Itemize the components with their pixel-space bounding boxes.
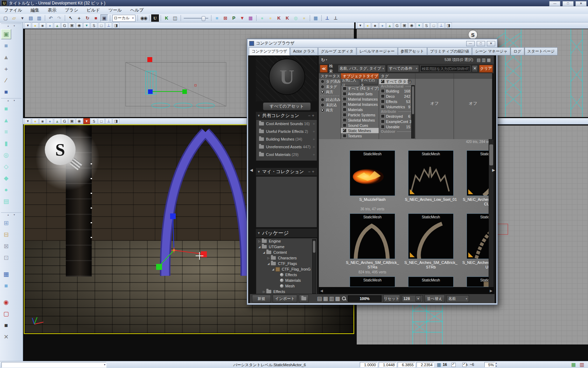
checkbox-icon[interactable]: [343, 87, 346, 90]
socket-gray-icon[interactable]: ⊥: [332, 14, 340, 22]
packages-scrollbar[interactable]: [312, 239, 316, 294]
menu-item-3[interactable]: ブラシ: [61, 7, 82, 14]
invert-selection-icon[interactable]: ■: [1, 320, 11, 330]
select-cursor-icon[interactable]: ↖: [67, 14, 75, 22]
type-option-7[interactable]: Sound Cues: [341, 123, 379, 128]
lock-viewport-icon[interactable]: ▣: [401, 22, 408, 28]
collection-add-icon[interactable]: +: [313, 145, 315, 149]
tag-all-row[interactable]: すべて (9 タグ): [379, 79, 408, 84]
square-icon[interactable]: □: [98, 22, 105, 28]
viewport-options-icon[interactable]: ▾: [24, 22, 31, 28]
collection-add-icon[interactable]: +: [313, 152, 315, 157]
texture-align-icon[interactable]: ＋: [1, 64, 11, 74]
droplet-icon[interactable]: ▾: [416, 22, 422, 28]
type-option-1[interactable]: Animation Sets: [341, 91, 379, 96]
toolbox-top-arrows[interactable]: ▴▾: [1, 23, 21, 28]
builder-cylinder-icon[interactable]: ▮: [1, 138, 11, 149]
asset-grid-area[interactable]: 420 tris, 284 verts 36 tris, 38 verts St…: [319, 139, 494, 287]
tag-option-useable[interactable]: Useable15: [379, 124, 415, 129]
drag-grid-y-field[interactable]: 1.0448: [379, 362, 396, 367]
tree-arrow-icon[interactable]: ▷: [267, 257, 270, 260]
checkbox-icon[interactable]: [343, 129, 346, 132]
layout-toggle-icons[interactable]: ▤▥▦: [477, 57, 492, 62]
checkbox-icon[interactable]: [381, 94, 385, 98]
joystick-icon[interactable]: ⊥: [105, 22, 112, 28]
view-thumbnails-icon[interactable]: ▥: [329, 295, 334, 302]
tag-scroll-up-icon[interactable]: ▴: [410, 80, 411, 83]
builder-curved-stairs-icon[interactable]: ◆: [1, 173, 11, 183]
collection-add-icon[interactable]: +: [313, 137, 315, 141]
square-icon[interactable]: □: [98, 118, 105, 124]
autosave-percent[interactable]: 5%: [484, 362, 495, 367]
lock-viewport-icon[interactable]: ▣: [69, 22, 75, 28]
menu-item-6[interactable]: ヘルプ: [126, 7, 148, 14]
wireframe-cube-icon[interactable]: ■: [39, 22, 46, 28]
zoom-level-display[interactable]: 100%: [348, 295, 382, 302]
percent-spinner[interactable]: ▴▾: [496, 361, 497, 368]
search-input[interactable]: [420, 65, 470, 72]
open-file-icon[interactable]: ▱: [10, 14, 18, 22]
content-browser-title-bar[interactable]: コンテンツブラウザ — □ ✕: [248, 40, 497, 47]
checkbox-icon[interactable]: [381, 100, 385, 103]
eye-icon[interactable]: ◉: [76, 118, 83, 124]
sphere-light-icon[interactable]: ◍: [292, 14, 300, 22]
checkbox-icon[interactable]: [343, 102, 346, 106]
checkbox-icon[interactable]: [381, 120, 385, 123]
thumbnail-size-combo[interactable]: 128 ▾: [402, 295, 423, 302]
csg-deintersect-icon[interactable]: ⊡: [1, 253, 11, 263]
static-mesh-mode-icon[interactable]: ■: [1, 87, 11, 97]
tree-row-ctf_flag_irong[interactable]: ◢CTF_Flag_IronG: [256, 266, 317, 272]
checkbox-icon[interactable]: [381, 80, 385, 83]
search-condition-combo[interactable]: すべての条件▾: [387, 65, 419, 72]
content-browser-icon[interactable]: U: [151, 14, 159, 22]
sort-button[interactable]: 並べ替え: [425, 295, 445, 302]
add-volume-icon[interactable]: ▦: [1, 269, 11, 279]
kismet-icon[interactable]: K: [163, 14, 170, 22]
add-sphere-icon[interactable]: ●: [258, 14, 266, 22]
minimize-button[interactable]: —: [549, 1, 560, 6]
actor-combo[interactable]: ▾: [1, 362, 106, 368]
checkbox-icon[interactable]: [343, 108, 346, 111]
tab-0[interactable]: コンテンツブラウザ: [249, 47, 290, 55]
checkbox-icon[interactable]: [343, 134, 346, 138]
angle-snap-icon[interactable]: ▲: [465, 362, 469, 366]
checkbox-icon[interactable]: [381, 114, 385, 118]
load-status-radio-2[interactable]: 両方: [319, 108, 341, 113]
tree-row-effects[interactable]: Effects: [256, 272, 317, 278]
my-collections-header[interactable]: ▼ マイ・コレクション −+: [256, 168, 317, 176]
drag-grid-x-field[interactable]: 1.0000: [360, 362, 377, 367]
unlit-sphere-icon[interactable]: ●: [379, 22, 386, 28]
collection-row-2[interactable]: Building Meshes (34)+: [256, 135, 317, 143]
unlit-sphere-icon[interactable]: ●: [47, 118, 53, 124]
tab-8[interactable]: スタートページ: [525, 47, 558, 55]
point-light-icon[interactable]: ●: [300, 14, 308, 22]
radio-icon[interactable]: [321, 90, 324, 94]
open-dropdown-icon[interactable]: ▾: [19, 14, 26, 22]
refresh-icon[interactable]: ↻: [321, 57, 325, 63]
collection-minus-plus[interactable]: −+: [308, 113, 316, 118]
mesh-paint-icon[interactable]: ∕: [1, 75, 11, 86]
tag-scrollbar[interactable]: [411, 85, 415, 138]
lit-cone-icon[interactable]: ▲: [54, 22, 61, 28]
type-option-5[interactable]: Particle Systems: [341, 112, 379, 117]
viewport-options-icon[interactable]: ▾: [24, 118, 31, 124]
checkbox-icon[interactable]: [381, 125, 385, 129]
builder-sheet-icon[interactable]: ◇: [1, 162, 11, 172]
builder-spiral-icon[interactable]: ◎: [1, 150, 11, 160]
view-grid-icon[interactable]: ▩: [335, 295, 340, 302]
droplet-icon[interactable]: ▾: [83, 118, 90, 124]
collection-minus-plus[interactable]: −+: [308, 169, 316, 174]
tag-option-deco[interactable]: Deco242: [379, 94, 415, 99]
search-scope-combo[interactable]: 名前, パス, タグ, タイプ▾: [338, 65, 386, 72]
geometry-mode-icon[interactable]: ■: [1, 41, 11, 51]
tab-2[interactable]: グループ エディタ: [318, 47, 356, 55]
scroll-left-icon[interactable]: ◀: [320, 289, 323, 293]
type-option-9[interactable]: Textures: [341, 133, 379, 138]
builder-sphere-icon[interactable]: ●: [1, 185, 11, 195]
eye-icon[interactable]: ◉: [76, 22, 83, 28]
brush-polys-icon[interactable]: ■: [213, 14, 221, 22]
camera-icon[interactable]: ◨: [113, 118, 119, 124]
realtime-bulb-icon[interactable]: ●: [32, 22, 38, 28]
clear-filter-button[interactable]: クリア: [479, 65, 493, 73]
type-option-2[interactable]: Material Instances ((: [341, 96, 379, 102]
